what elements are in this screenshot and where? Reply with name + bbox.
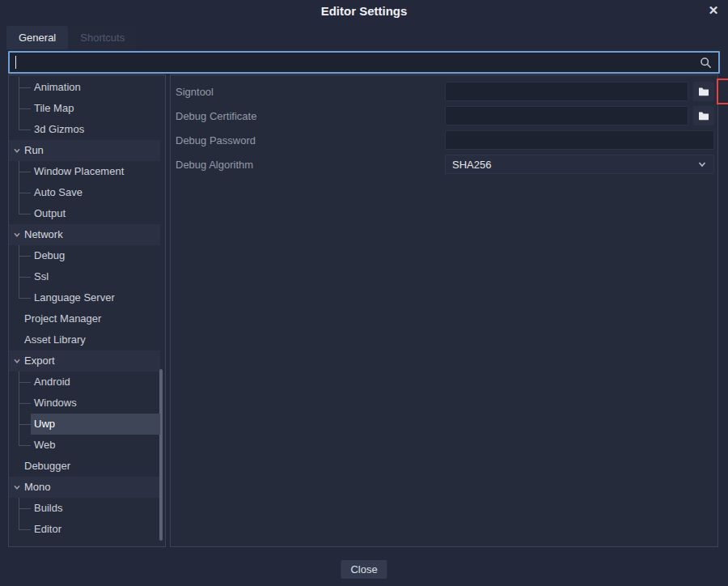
sidebar-item-label: Builds xyxy=(9,498,160,519)
text-caret xyxy=(15,56,16,69)
sidebar-item-label: Export xyxy=(9,350,160,372)
sidebar-item-project-manager[interactable]: Project Manager xyxy=(9,308,160,329)
folder-icon xyxy=(698,111,709,121)
sidebar-item-label: Output xyxy=(9,203,160,224)
debug-certificate-input[interactable] xyxy=(445,106,688,125)
search-icon xyxy=(700,57,712,69)
collapse-arrow-icon[interactable] xyxy=(13,146,21,155)
sidebar-item-label: Animation xyxy=(9,77,160,98)
setting-row-debug-password: Debug Password xyxy=(171,128,717,152)
sidebar-item-label: Tile Map xyxy=(9,98,160,119)
sidebar-item-3d-gizmos[interactable]: 3d Gizmos xyxy=(9,119,160,140)
settings-panel: Signtool Debug Certificate xyxy=(170,74,718,547)
setting-row-debug-algorithm: Debug Algorithm SHA256 xyxy=(171,152,717,176)
debug-certificate-browse-button[interactable] xyxy=(693,106,714,125)
tab-shortcuts[interactable]: Shortcuts xyxy=(68,26,137,49)
collapse-arrow-icon[interactable] xyxy=(13,357,21,365)
sidebar-item-auto-save[interactable]: Auto Save xyxy=(9,182,160,203)
sidebar-item-label: Project Manager xyxy=(9,308,160,329)
sidebar-item-label: Editor xyxy=(9,519,160,540)
sidebar-item-label: Auto Save xyxy=(9,182,160,203)
sidebar-item-label: Web xyxy=(9,435,160,456)
sidebar-item-label: Mono xyxy=(9,477,160,498)
close-button[interactable]: Close xyxy=(341,560,387,579)
sidebar-item-debug[interactable]: Debug xyxy=(9,245,160,266)
sidebar-item-network[interactable]: Network xyxy=(9,224,160,245)
sidebar-item-mono[interactable]: Mono xyxy=(9,477,160,498)
setting-label: Debug Algorithm xyxy=(171,159,445,171)
setting-label: Debug Password xyxy=(171,134,445,146)
tab-general[interactable]: General xyxy=(6,26,68,49)
settings-tree: Animation Tile Map 3d Gizmos Run Window … xyxy=(9,77,165,540)
highlight-outline xyxy=(717,79,728,104)
sidebar-item-label: Windows xyxy=(9,393,160,414)
search-input[interactable] xyxy=(15,53,696,74)
tree-scrollbar[interactable] xyxy=(159,369,163,541)
sidebar-item-label: Run xyxy=(9,140,160,161)
sidebar-item-label: 3d Gizmos xyxy=(9,119,160,140)
signtool-input[interactable] xyxy=(445,82,688,101)
setting-row-debug-certificate: Debug Certificate xyxy=(171,104,717,128)
setting-label: Debug Certificate xyxy=(171,110,445,122)
debug-algorithm-dropdown[interactable]: SHA256 xyxy=(445,155,714,174)
sidebar-item-windows[interactable]: Windows xyxy=(9,393,160,414)
sidebar-item-label: Asset Library xyxy=(9,329,160,350)
close-icon[interactable]: ✕ xyxy=(705,2,722,19)
setting-row-signtool: Signtool xyxy=(171,79,717,104)
titlebar: Editor Settings ✕ xyxy=(0,0,728,24)
signtool-browse-button[interactable] xyxy=(693,82,714,101)
sidebar-item-ssl[interactable]: Ssl xyxy=(9,266,160,287)
sidebar-item-output[interactable]: Output xyxy=(9,203,160,224)
sidebar-item-uwp[interactable]: Uwp xyxy=(9,414,160,435)
collapse-arrow-icon[interactable] xyxy=(13,231,21,239)
sidebar-item-asset-library[interactable]: Asset Library xyxy=(9,329,160,350)
settings-tree-panel: Animation Tile Map 3d Gizmos Run Window … xyxy=(8,74,166,547)
sidebar-item-label: Network xyxy=(9,224,160,245)
sidebar-item-web[interactable]: Web xyxy=(9,435,160,456)
sidebar-item-editor[interactable]: Editor xyxy=(9,519,160,540)
sidebar-item-window-placement[interactable]: Window Placement xyxy=(9,161,160,182)
sidebar-item-run[interactable]: Run xyxy=(9,140,160,161)
search-bar xyxy=(8,51,720,74)
sidebar-item-tile-map[interactable]: Tile Map xyxy=(9,98,160,119)
sidebar-item-animation[interactable]: Animation xyxy=(9,77,160,98)
sidebar-item-export[interactable]: Export xyxy=(9,350,160,372)
folder-icon xyxy=(698,87,709,96)
setting-label: Signtool xyxy=(171,86,445,98)
collapse-arrow-icon[interactable] xyxy=(13,483,21,491)
sidebar-item-label: Language Server xyxy=(9,287,160,308)
sidebar-item-label: Window Placement xyxy=(9,161,160,182)
dialog-title: Editor Settings xyxy=(0,4,728,18)
sidebar-item-android[interactable]: Android xyxy=(9,372,160,393)
chevron-down-icon xyxy=(697,159,707,169)
debug-password-input[interactable] xyxy=(445,130,714,150)
sidebar-item-language-server[interactable]: Language Server xyxy=(9,287,160,308)
sidebar-item-label: Android xyxy=(9,372,160,393)
sidebar-item-label: Debugger xyxy=(9,456,160,477)
sidebar-item-debugger[interactable]: Debugger xyxy=(9,456,160,477)
property-list: Signtool Debug Certificate xyxy=(171,79,717,176)
sidebar-item-label: Debug xyxy=(9,245,160,266)
tab-bar: General Shortcuts xyxy=(6,26,137,49)
sidebar-item-label: Ssl xyxy=(9,266,160,287)
sidebar-item-label: Uwp xyxy=(31,414,160,435)
dropdown-value: SHA256 xyxy=(452,159,697,171)
sidebar-item-builds[interactable]: Builds xyxy=(9,498,160,519)
